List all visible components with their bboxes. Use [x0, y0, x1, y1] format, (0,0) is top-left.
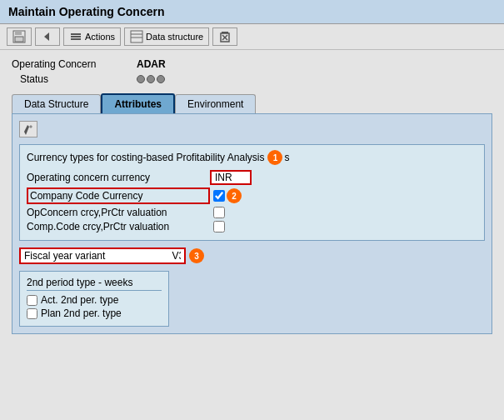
comp-code-crcy-row: Comp.Code crcy,PrCtr valuation — [27, 221, 477, 232]
plan-2nd-label: Plan 2nd per. type — [41, 308, 122, 319]
comp-code-crcy-checkbox[interactable] — [213, 221, 225, 232]
status-circle-3 — [157, 75, 165, 83]
back-button[interactable] — [35, 28, 60, 46]
status-label: Status — [12, 73, 120, 85]
opconcern-crcy-row: OpConcern crcy,PrCtr valuation — [27, 207, 477, 218]
edit-button[interactable] — [19, 121, 37, 138]
page-title: Maintain Operating Concern — [8, 5, 164, 18]
actions-icon — [69, 30, 82, 43]
svg-rect-2 — [15, 37, 23, 42]
tab-attributes-label: Attributes — [114, 98, 162, 110]
delete-icon — [218, 30, 232, 43]
data-structure-icon — [130, 30, 143, 43]
edit-icon-row — [19, 121, 485, 138]
tab-environment-label: Environment — [187, 98, 243, 110]
oc-currency-label: Operating concern currency — [27, 172, 210, 183]
opconcern-crcy-checkbox[interactable] — [213, 207, 225, 218]
badge-2: 2 — [227, 188, 242, 203]
act-2nd-label: Act. 2nd per. type — [41, 294, 118, 306]
svg-marker-3 — [44, 32, 49, 41]
period-section: 2nd period type - weeks Act. 2nd per. ty… — [19, 271, 169, 327]
svg-marker-15 — [29, 125, 32, 128]
back-icon — [41, 30, 54, 43]
badge-1-suffix: s — [284, 152, 289, 163]
oc-label: Operating Concern — [12, 58, 120, 70]
tab-data-structure-label: Data Structure — [24, 98, 88, 110]
operating-concern-section: Operating Concern ADAR — [12, 58, 492, 70]
svg-rect-5 — [71, 36, 81, 38]
status-section: Status — [12, 73, 492, 85]
oc-currency-input[interactable] — [210, 170, 252, 185]
status-circle-2 — [147, 75, 155, 83]
data-structure-label: Data structure — [146, 32, 203, 42]
period-title: 2nd period type - weeks — [27, 277, 162, 291]
delete-button[interactable] — [212, 28, 237, 46]
svg-rect-7 — [131, 31, 142, 42]
currency-section-title: Currency types for costing-based Profita… — [27, 152, 264, 163]
plan-2nd-row: Plan 2nd per. type — [27, 308, 162, 319]
oc-value: ADAR — [137, 58, 166, 70]
tab-environment[interactable]: Environment — [175, 94, 256, 113]
actions-label: Actions — [85, 32, 115, 42]
save-icon — [12, 30, 26, 43]
toolbar: Actions Data structure — [0, 24, 504, 50]
company-code-checkbox[interactable] — [213, 190, 225, 202]
tab-content: Currency types for costing-based Profita… — [12, 113, 492, 334]
status-circle-1 — [137, 75, 145, 83]
pencil-icon — [22, 123, 34, 135]
svg-rect-6 — [71, 38, 81, 40]
fiscal-year-row: 3 — [19, 248, 485, 264]
status-circles — [137, 75, 165, 83]
act-2nd-row: Act. 2nd per. type — [27, 294, 162, 306]
currency-section: Currency types for costing-based Profita… — [19, 144, 485, 241]
tabs-container: Data Structure Attributes Environment — [12, 93, 492, 113]
badge-3: 3 — [189, 248, 204, 263]
plan-2nd-checkbox[interactable] — [27, 308, 37, 319]
title-bar: Maintain Operating Concern — [0, 0, 504, 24]
act-2nd-checkbox[interactable] — [27, 295, 37, 306]
company-code-currency-row: Company Code Currency 2 — [27, 188, 477, 204]
content-area: Operating Concern ADAR Status Data Struc… — [0, 50, 504, 342]
svg-rect-1 — [15, 31, 22, 35]
svg-rect-13 — [222, 32, 228, 33]
svg-rect-4 — [71, 33, 81, 35]
company-code-label: Company Code Currency — [27, 188, 210, 204]
badge-1: 1 — [267, 150, 282, 165]
period-section-title: 2nd period type - weeks — [27, 277, 132, 288]
tab-attributes[interactable]: Attributes — [101, 93, 175, 113]
fiscal-year-input[interactable] — [19, 248, 186, 264]
opconcern-crcy-label: OpConcern crcy,PrCtr valuation — [27, 207, 210, 218]
actions-button[interactable]: Actions — [63, 28, 121, 46]
comp-code-crcy-label: Comp.Code crcy,PrCtr valuation — [27, 221, 210, 232]
save-button[interactable] — [7, 28, 32, 46]
currency-section-title-row: Currency types for costing-based Profita… — [27, 150, 477, 165]
data-structure-button[interactable]: Data structure — [124, 28, 209, 46]
oc-currency-row: Operating concern currency — [27, 170, 477, 185]
svg-marker-14 — [24, 125, 29, 135]
tab-data-structure[interactable]: Data Structure — [12, 94, 101, 113]
